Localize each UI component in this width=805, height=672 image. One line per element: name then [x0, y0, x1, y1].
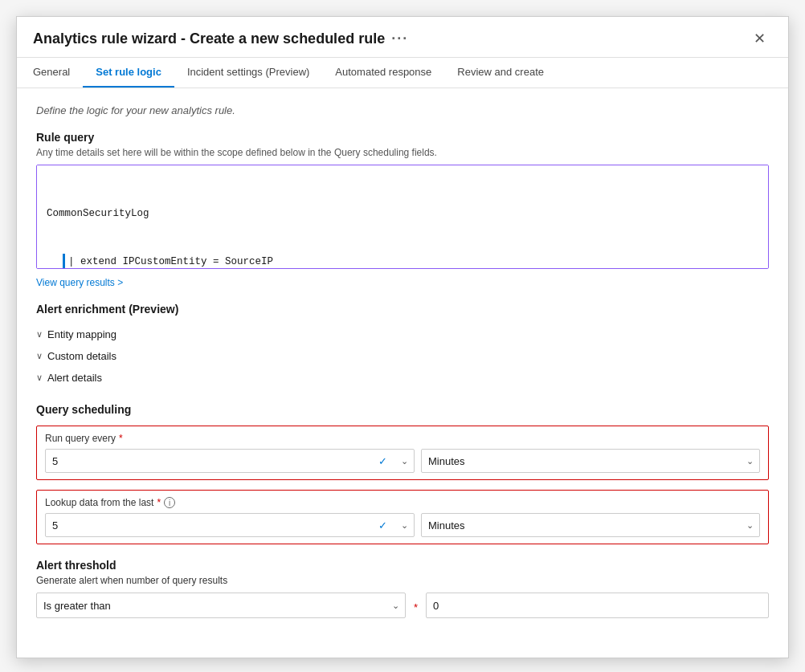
alert-threshold-title: Alert threshold	[36, 559, 769, 572]
tab-set-rule-logic[interactable]: Set rule logic	[83, 58, 174, 88]
run-query-value-select[interactable]: 5 10 15 30 60	[45, 449, 415, 473]
custom-details-item[interactable]: ∨ Custom details	[36, 345, 769, 367]
lookup-value-wrapper: 5 10 15 30 60 ✓ ⌄	[45, 513, 415, 537]
threshold-value-wrapper	[426, 593, 769, 618]
entity-mapping-chevron: ∨	[36, 329, 43, 340]
close-button[interactable]: ✕	[747, 28, 772, 49]
lookup-data-group: Lookup data from the last * i 5 10 15 30…	[36, 490, 769, 544]
analytics-rule-dialog: Analytics rule wizard - Create a new sch…	[16, 16, 789, 658]
rule-query-section: Rule query Any time details set here wil…	[36, 131, 769, 303]
custom-details-chevron: ∨	[36, 351, 43, 361]
tab-general[interactable]: General	[33, 58, 83, 88]
lookup-data-label: Lookup data from the last * i	[45, 497, 760, 508]
tab-review-create[interactable]: Review and create	[444, 58, 557, 88]
run-query-unit-select[interactable]: Minutes Hours Days	[421, 449, 760, 473]
view-query-results-link[interactable]: View query results >	[36, 277, 123, 288]
alert-threshold-row: Is greater than Is less than Is equal to…	[36, 593, 769, 618]
query-editor[interactable]: CommonSecurityLog | extend IPCustomEntit…	[36, 165, 769, 269]
entity-mapping-item[interactable]: ∨ Entity mapping	[36, 324, 769, 345]
section-description: Define the logic for your new analytics …	[36, 104, 769, 116]
lookup-value-select[interactable]: 5 10 15 30 60	[45, 513, 415, 537]
lookup-required-star: *	[157, 497, 161, 508]
dialog-header: Analytics rule wizard - Create a new sch…	[17, 17, 788, 58]
run-query-every-row: 5 10 15 30 60 ✓ ⌄ Minutes Hours	[45, 449, 760, 473]
tab-automated-response[interactable]: Automated response	[322, 58, 444, 88]
run-query-every-label: Run query every *	[45, 433, 760, 444]
lookup-info-icon[interactable]: i	[164, 497, 175, 508]
query-editor-container: ↗ CommonSecurityLog | extend IPCustomEnt…	[36, 165, 769, 269]
query-scheduling-section: Query scheduling Run query every * 5 10 …	[36, 403, 769, 544]
run-query-value-wrapper: 5 10 15 30 60 ✓ ⌄	[45, 449, 415, 473]
query-line-1: CommonSecurityLog	[47, 206, 758, 222]
query-line-2: | extend IPCustomEntity = SourceIP	[63, 254, 758, 269]
threshold-condition-wrapper: Is greater than Is less than Is equal to…	[36, 593, 406, 618]
tab-incident-settings[interactable]: Incident settings (Preview)	[174, 58, 322, 88]
run-query-every-group: Run query every * 5 10 15 30 60 ✓ ⌄	[36, 426, 769, 480]
lookup-unit-wrapper: Minutes Hours Days ⌄	[421, 513, 760, 537]
rule-query-subtitle: Any time details set here will be within…	[36, 147, 769, 158]
lookup-data-row: 5 10 15 30 60 ✓ ⌄ Minutes Hours	[45, 513, 760, 537]
custom-details-label: Custom details	[47, 350, 116, 362]
query-scheduling-title: Query scheduling	[36, 403, 769, 416]
threshold-value-input[interactable]	[426, 593, 769, 618]
main-content: Define the logic for your new analytics …	[17, 88, 788, 658]
alert-details-label: Alert details	[47, 372, 102, 384]
run-query-unit-wrapper: Minutes Hours Days ⌄	[421, 449, 760, 473]
dialog-title-dots: ···	[391, 31, 408, 47]
tab-bar: General Set rule logic Incident settings…	[17, 58, 788, 88]
alert-enrichment-section: Alert enrichment (Preview) ∨ Entity mapp…	[36, 303, 769, 389]
alert-details-chevron: ∨	[36, 373, 43, 383]
alert-threshold-section: Alert threshold Generate alert when numb…	[36, 559, 769, 618]
alert-enrichment-title: Alert enrichment (Preview)	[36, 303, 769, 316]
alert-threshold-label: Generate alert when number of query resu…	[36, 575, 769, 586]
threshold-condition-select[interactable]: Is greater than Is less than Is equal to	[36, 593, 406, 618]
dialog-title-text: Analytics rule wizard - Create a new sch…	[33, 31, 385, 47]
alert-details-item[interactable]: ∨ Alert details	[36, 367, 769, 389]
rule-query-title: Rule query	[36, 131, 769, 144]
entity-mapping-label: Entity mapping	[47, 328, 116, 340]
run-query-required-star: *	[119, 433, 123, 444]
threshold-required-star: *	[414, 601, 418, 618]
dialog-title: Analytics rule wizard - Create a new sch…	[33, 31, 408, 47]
lookup-unit-select[interactable]: Minutes Hours Days	[421, 513, 760, 537]
